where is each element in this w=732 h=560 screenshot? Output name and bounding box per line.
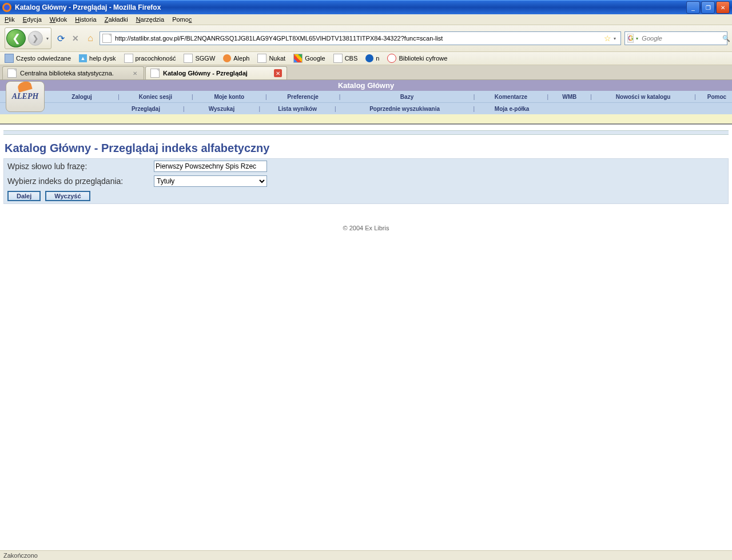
aleph-logo[interactable]: ALEPH [6,81,45,112]
nav-koniec-sesji[interactable]: Koniec sesji [139,94,172,100]
nav-preferencje[interactable]: Preferencje [287,94,318,100]
bookmark-label: Aleph [233,55,249,62]
page-icon [333,54,343,63]
page-icon [102,34,112,43]
bookmark-n[interactable]: n [365,54,379,62]
tab-close-icon[interactable]: ✕ [131,69,139,77]
bookmark-label: Google [305,55,325,62]
menu-pomoc[interactable]: Pomoc [172,16,192,23]
nav-lista-wynikow[interactable]: Lista wyników [278,106,317,112]
clear-button[interactable]: Wyczyść [45,191,90,201]
firefox-icon [2,3,11,12]
google-icon[interactable]: G [627,34,634,43]
bookmark-sggw[interactable]: SGGW [184,54,215,63]
bookmark-label: Często odwiedzane [16,55,71,62]
page-icon: ▲ [79,54,87,62]
nav-moja-epolka[interactable]: Moja e-półka [495,106,530,112]
back-button[interactable]: ❮ [6,29,26,47]
nav-zaloguj[interactable]: Zaloguj [71,94,92,100]
menu-narzedzia[interactable]: Narzędzia [136,16,165,23]
reload-button[interactable]: ⟳ [55,33,66,44]
history-dropdown[interactable]: ▾ [44,36,51,41]
tabs-bar: Centralna biblioteka statystyczna. ✕ Kat… [0,65,732,80]
aleph-icon [223,54,231,62]
page-icon [124,54,133,63]
url-bar[interactable]: ☆ ▾ [100,31,621,45]
menu-widok[interactable]: Widok [50,16,67,23]
label-phrase: Wpisz słowo lub frazę: [7,162,154,171]
page-icon [257,54,266,63]
minimize-button[interactable]: _ [686,1,700,14]
n-icon [365,54,373,62]
google-icon [293,54,303,63]
tab-centralna-biblioteka[interactable]: Centralna biblioteka statystyczna. ✕ [2,66,144,79]
search-engine-dropdown[interactable]: ▾ [634,36,640,41]
nav-back-forward-group: ❮ ❯ ▾ [5,27,51,49]
nav-przegladaj[interactable]: Przeglądaj [132,106,160,112]
search-box[interactable]: G ▾ 🔍 [624,31,727,45]
bookmark-nukat[interactable]: Nukat [257,54,285,63]
bookmark-biblioteki-cyfrowe[interactable]: Biblioteki cyfrowe [387,54,447,63]
browse-form: Katalog Główny - Przeglądaj indeks alfab… [3,138,729,204]
window-title: Katalog Główny - Pzreglądaj - Mozilla Fi… [15,3,686,11]
tab-close-icon[interactable]: ✕ [274,69,282,77]
bookmark-czesto-odwiedzane[interactable]: Często odwiedzane [5,54,71,63]
nav-wmb[interactable]: WMB [562,94,576,100]
tab-katalog-glowny[interactable]: Katalog Główny - Pzreglądaj ✕ [145,66,287,79]
nav-bazy[interactable]: Bazy [400,94,413,100]
window-titlebar: Katalog Główny - Pzreglądaj - Mozilla Fi… [0,0,732,14]
folder-icon [5,54,14,63]
go-button[interactable]: Dalej [7,191,41,201]
nav-toolbar: ❮ ❯ ▾ ⟳ ✕ ⌂ ☆ ▾ G ▾ 🔍 [0,25,732,52]
nav-pomoc[interactable]: Pomoc [707,94,726,100]
bookmarks-toolbar: Często odwiedzane ▲help dysk pracochłono… [0,52,732,65]
close-button[interactable]: ✕ [716,1,730,14]
menu-edycja[interactable]: Edycja [23,16,42,23]
page-title: Katalog Główny - Przeglądaj indeks alfab… [3,138,729,158]
stop-button[interactable]: ✕ [70,33,81,44]
aleph-header: ALEPH Katalog Główny [0,80,732,91]
bc-icon [387,54,396,63]
phrase-input[interactable] [154,161,267,172]
bookmark-star-icon[interactable]: ☆ [604,34,611,43]
nav-komentarze[interactable]: Komentarze [495,94,527,100]
aleph-logo-text: ALEPH [12,92,39,101]
tab-label: Centralna biblioteka statystyczna. [20,70,128,77]
forward-button[interactable]: ❯ [28,31,43,46]
nav-nowosci[interactable]: Nowości w katalogu [616,94,671,100]
url-dropdown[interactable]: ▾ [611,36,618,41]
page-icon [150,69,160,78]
bookmark-aleph[interactable]: Aleph [223,54,249,62]
index-select[interactable]: Tytuły [154,175,267,187]
bookmark-label: Nukat [269,55,285,62]
bookmark-label: Biblioteki cyfrowe [399,55,447,62]
page-icon [7,69,17,78]
bookmark-pracochlonosc[interactable]: pracochłoność [124,54,176,63]
bookmark-label: help dysk [89,55,116,62]
nav-wyszukaj[interactable]: Wyszukaj [209,106,234,112]
bookmark-label: SGGW [195,55,215,62]
footer-copyright: © 2004 Ex Libris [0,225,732,231]
aleph-nav-row-1: Zaloguj| Koniec sesji| Moje konto| Prefe… [0,91,732,102]
maximize-button[interactable]: ❐ [701,1,715,14]
nav-moje-konto[interactable]: Moje konto [214,94,244,100]
aleph-title: Katalog Główny [0,81,732,90]
nav-poprzednie-wyszukiwania[interactable]: Poprzednie wyszukiwania [369,106,440,112]
menu-historia[interactable]: Historia [75,16,96,23]
search-go-icon[interactable]: 🔍 [722,35,730,42]
label-index: Wybierz indeks do przeglądania: [7,177,154,186]
bookmark-help-dysk[interactable]: ▲help dysk [79,54,116,62]
menu-zakladki[interactable]: Zakładki [105,16,128,23]
bookmark-cbs[interactable]: CBS [333,54,358,63]
search-input[interactable] [640,34,722,42]
bookmark-label: pracochłoność [136,55,176,62]
bookmark-google[interactable]: Google [293,54,325,63]
aleph-nav-row-2: Przeglądaj| Wyszukaj| Lista wyników| Pop… [0,102,732,114]
separator-band [0,114,732,125]
menu-plik[interactable]: Plik [5,16,15,23]
page-icon [184,54,193,63]
home-button[interactable]: ⌂ [85,33,96,44]
menu-bar: Plik Edycja Widok Historia Zakładki Narz… [0,14,732,25]
url-input[interactable] [114,34,604,42]
tab-label: Katalog Główny - Pzreglądaj [163,70,270,77]
